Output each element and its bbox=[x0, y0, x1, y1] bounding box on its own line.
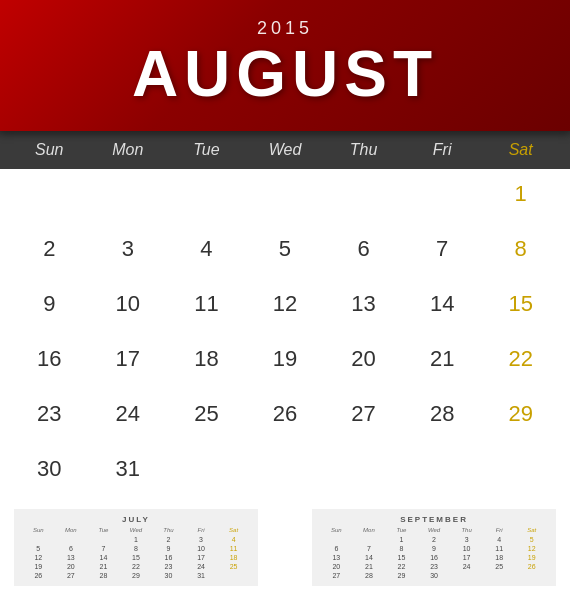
mini-day-cell: 23 bbox=[418, 562, 451, 571]
day-cell: 11 bbox=[167, 283, 246, 338]
mini-day-cell bbox=[515, 571, 548, 580]
mini-day-cell: 26 bbox=[22, 571, 55, 580]
mini-day-header: Thu bbox=[152, 527, 185, 533]
mini-day-header: Tue bbox=[385, 527, 418, 533]
calendar: 2015 AUGUST Sun Mon Tue Wed Thu Fri Sat … bbox=[0, 0, 570, 600]
mini-day-cell: 25 bbox=[483, 562, 516, 571]
day-cell: 20 bbox=[324, 338, 403, 393]
mini-day-cell bbox=[55, 535, 88, 544]
mini-day-cell: 30 bbox=[418, 571, 451, 580]
mini-day-header: Sun bbox=[22, 527, 55, 533]
mini-day-cell: 2 bbox=[152, 535, 185, 544]
day-cell: 4 bbox=[167, 228, 246, 283]
mini-day-cell: 17 bbox=[185, 553, 218, 562]
mini-day-cell bbox=[483, 571, 516, 580]
mini-day-header: Fri bbox=[185, 527, 218, 533]
mini-day-cell: 23 bbox=[152, 562, 185, 571]
mini-day-cell: 16 bbox=[418, 553, 451, 562]
day-cell bbox=[10, 173, 89, 228]
day-cell bbox=[89, 173, 168, 228]
mini-day-cell: 20 bbox=[320, 562, 353, 571]
mini-day-header: Sat bbox=[515, 527, 548, 533]
mini-day-cell: 28 bbox=[87, 571, 120, 580]
mini-day-cell: 1 bbox=[120, 535, 153, 544]
mini-day-cell: 12 bbox=[515, 544, 548, 553]
day-cell: 10 bbox=[89, 283, 168, 338]
mini-calendar-july: JULYSunMonTueWedThuFriSat123456789101112… bbox=[14, 509, 258, 586]
day-cell: 30 bbox=[10, 448, 89, 503]
mini-day-cell: 24 bbox=[450, 562, 483, 571]
mini-day-cell: 17 bbox=[450, 553, 483, 562]
day-cell bbox=[403, 448, 482, 503]
day-cell: 12 bbox=[246, 283, 325, 338]
mini-day-cell: 2 bbox=[418, 535, 451, 544]
day-cell: 5 bbox=[246, 228, 325, 283]
day-cell bbox=[167, 173, 246, 228]
calendar-grid: 1234567891011121314151617181920212223242… bbox=[10, 173, 560, 503]
mini-day-cell bbox=[450, 571, 483, 580]
mini-calendar-september: SEPTEMBERSunMonTueWedThuFriSat1234567891… bbox=[312, 509, 556, 586]
mini-day-cell: 4 bbox=[217, 535, 250, 544]
mini-day-cell: 13 bbox=[55, 553, 88, 562]
day-cell: 2 bbox=[10, 228, 89, 283]
day-cell: 29 bbox=[481, 393, 560, 448]
mini-day-cell bbox=[22, 535, 55, 544]
day-cell: 9 bbox=[10, 283, 89, 338]
day-cell: 31 bbox=[89, 448, 168, 503]
mini-day-cell: 25 bbox=[217, 562, 250, 571]
mini-day-cell: 11 bbox=[483, 544, 516, 553]
mini-day-cell: 10 bbox=[450, 544, 483, 553]
day-cell bbox=[246, 448, 325, 503]
day-cell: 6 bbox=[324, 228, 403, 283]
mini-day-cell: 8 bbox=[385, 544, 418, 553]
month-label: AUGUST bbox=[0, 39, 570, 109]
day-cell bbox=[324, 173, 403, 228]
mini-day-cell: 9 bbox=[152, 544, 185, 553]
calendar-body: Sun Mon Tue Wed Thu Fri Sat 123456789101… bbox=[0, 131, 570, 600]
day-cell: 22 bbox=[481, 338, 560, 393]
mini-day-header: Mon bbox=[55, 527, 88, 533]
day-cell: 28 bbox=[403, 393, 482, 448]
mini-cal-title: JULY bbox=[22, 515, 250, 524]
mini-day-cell bbox=[353, 535, 386, 544]
mini-day-cell: 29 bbox=[120, 571, 153, 580]
day-cell: 24 bbox=[89, 393, 168, 448]
mini-day-cell bbox=[217, 571, 250, 580]
day-cell: 3 bbox=[89, 228, 168, 283]
day-cell: 1 bbox=[481, 173, 560, 228]
mini-day-header: Wed bbox=[418, 527, 451, 533]
mini-day-cell: 5 bbox=[22, 544, 55, 553]
mini-day-cell: 26 bbox=[515, 562, 548, 571]
day-cell: 23 bbox=[10, 393, 89, 448]
mini-day-cell: 9 bbox=[418, 544, 451, 553]
mini-day-cell: 21 bbox=[353, 562, 386, 571]
mini-day-cell: 31 bbox=[185, 571, 218, 580]
day-cell bbox=[481, 448, 560, 503]
mini-day-cell: 14 bbox=[353, 553, 386, 562]
mini-day-cell: 19 bbox=[515, 553, 548, 562]
day-cell: 14 bbox=[403, 283, 482, 338]
mini-day-header: Sat bbox=[217, 527, 250, 533]
mini-day-cell: 3 bbox=[450, 535, 483, 544]
day-cell bbox=[324, 448, 403, 503]
mini-day-cell: 21 bbox=[87, 562, 120, 571]
mini-day-cell: 12 bbox=[22, 553, 55, 562]
mini-day-cell: 15 bbox=[120, 553, 153, 562]
calendar-header: 2015 AUGUST bbox=[0, 0, 570, 131]
mini-cal-title: SEPTEMBER bbox=[320, 515, 548, 524]
mini-day-cell: 15 bbox=[385, 553, 418, 562]
mini-day-header: Mon bbox=[353, 527, 386, 533]
mini-day-cell: 13 bbox=[320, 553, 353, 562]
day-cell: 26 bbox=[246, 393, 325, 448]
day-cell: 18 bbox=[167, 338, 246, 393]
mini-day-cell: 24 bbox=[185, 562, 218, 571]
mini-day-cell: 1 bbox=[385, 535, 418, 544]
mini-day-cell: 30 bbox=[152, 571, 185, 580]
mini-day-cell: 22 bbox=[120, 562, 153, 571]
day-cell: 17 bbox=[89, 338, 168, 393]
mini-day-cell: 14 bbox=[87, 553, 120, 562]
day-cell: 8 bbox=[481, 228, 560, 283]
mini-day-cell: 19 bbox=[22, 562, 55, 571]
mini-day-cell: 27 bbox=[55, 571, 88, 580]
mini-day-cell: 18 bbox=[217, 553, 250, 562]
